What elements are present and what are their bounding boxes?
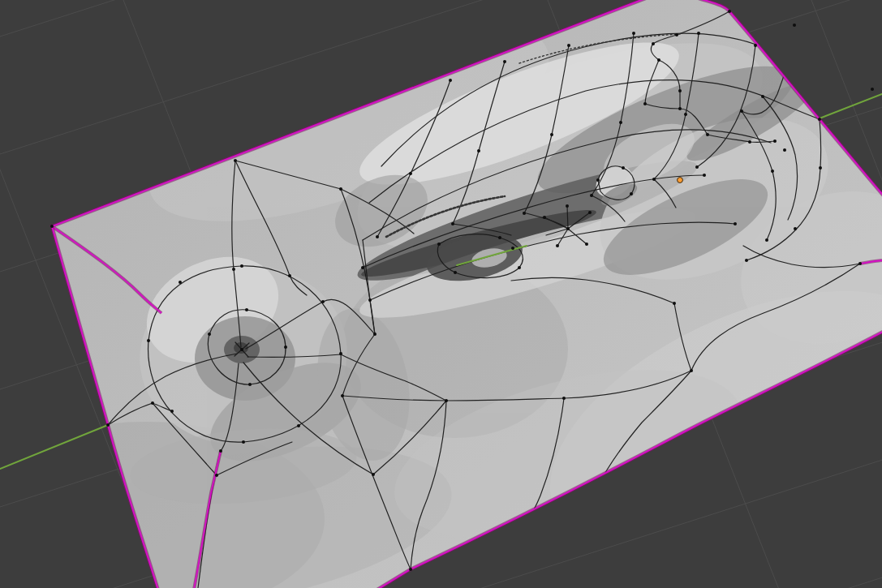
mesh-vertex[interactable] [437, 242, 441, 246]
mesh-vertex[interactable] [151, 401, 154, 405]
mesh-vertex[interactable] [773, 139, 777, 143]
mesh-vertex[interactable] [242, 440, 245, 444]
mesh-vertex[interactable] [445, 399, 448, 402]
mesh-vertex[interactable] [590, 194, 593, 197]
mesh-vertex[interactable] [248, 383, 252, 386]
mesh-vertex[interactable] [321, 300, 325, 303]
mesh-vertex[interactable] [728, 10, 731, 13]
mesh-vertex[interactable] [748, 140, 751, 144]
mesh-vertex[interactable] [339, 187, 342, 191]
mesh-vertex[interactable] [339, 352, 342, 355]
mesh-vertex[interactable] [376, 235, 379, 238]
mesh-vertex[interactable] [567, 44, 570, 47]
mesh-vertex[interactable] [678, 107, 682, 110]
mesh-vertex[interactable] [562, 397, 566, 400]
mesh-vertex[interactable] [556, 244, 559, 247]
mesh-vertex[interactable] [240, 348, 243, 351]
mesh-vertex[interactable] [498, 236, 501, 239]
mesh-vertex[interactable] [703, 174, 706, 177]
mesh-vertex[interactable] [761, 95, 764, 98]
mesh-vertex[interactable] [341, 394, 344, 397]
mesh-vertex[interactable] [871, 88, 874, 91]
mesh-vertex[interactable] [232, 268, 235, 271]
active-vertex[interactable] [678, 178, 683, 183]
mesh-vertex[interactable] [675, 33, 678, 36]
mesh-vertex[interactable] [106, 423, 110, 427]
mesh-vertex[interactable] [695, 165, 699, 169]
mesh-vertex[interactable] [234, 159, 237, 162]
mesh-vertex[interactable] [706, 133, 709, 136]
mesh-vertex[interactable] [523, 212, 526, 215]
mesh-vertex[interactable] [673, 302, 676, 305]
mesh-vertex[interactable] [754, 44, 757, 47]
mesh-vertex[interactable] [240, 264, 243, 268]
mesh-vertex[interactable] [449, 79, 452, 82]
mesh-vertex[interactable] [550, 133, 553, 136]
mesh-vertex[interactable] [503, 60, 506, 63]
mesh-vertex[interactable] [147, 339, 150, 342]
mesh-vertex[interactable] [409, 172, 412, 175]
mesh-vertex[interactable] [566, 204, 569, 208]
mesh-vertex[interactable] [684, 113, 687, 116]
mesh-vertex[interactable] [297, 424, 300, 427]
mesh-vertex[interactable] [657, 58, 660, 62]
mesh-vertex[interactable] [619, 121, 622, 124]
mesh-vertex[interactable] [373, 333, 376, 336]
mesh-vertex[interactable] [477, 149, 480, 152]
mesh-vertex[interactable] [245, 308, 248, 311]
mesh-vertex[interactable] [543, 216, 546, 219]
mesh-vertex[interactable] [454, 271, 457, 274]
mesh-vertex[interactable] [511, 247, 514, 250]
mesh-vertex[interactable] [745, 259, 748, 262]
mesh-vertex[interactable] [771, 170, 774, 173]
mesh-vertex[interactable] [794, 227, 797, 230]
mesh-vertex[interactable] [643, 102, 647, 105]
mesh-vertex[interactable] [288, 274, 291, 277]
mesh-vertex[interactable] [652, 42, 655, 45]
mesh-vertex[interactable] [858, 262, 862, 265]
mesh-vertex[interactable] [284, 346, 287, 349]
mesh-vertex[interactable] [179, 281, 182, 284]
mesh-vertex[interactable] [690, 369, 693, 372]
mesh-vertex[interactable] [734, 222, 737, 225]
mesh-vertex[interactable] [585, 242, 588, 246]
mesh-vertex[interactable] [793, 24, 796, 27]
mesh-vertex[interactable] [740, 109, 743, 113]
viewport-3d[interactable] [0, 0, 882, 588]
mesh-vertex[interactable] [372, 473, 375, 476]
mesh-vertex[interactable] [170, 410, 174, 413]
mesh-vertex[interactable] [361, 266, 364, 269]
mesh-vertex[interactable] [652, 178, 656, 181]
mesh-vertex[interactable] [451, 222, 454, 225]
mesh-vertex[interactable] [219, 449, 222, 453]
mesh-vertex[interactable] [697, 32, 700, 35]
scene-canvas[interactable] [0, 0, 882, 588]
mesh-vertex[interactable] [632, 32, 635, 35]
mesh-vertex[interactable] [765, 238, 768, 242]
mesh-vertex[interactable] [409, 568, 412, 571]
mesh-vertex[interactable] [50, 225, 54, 228]
mesh-vertex[interactable] [215, 474, 218, 477]
mesh-vertex[interactable] [630, 192, 633, 195]
mesh-vertex[interactable] [678, 89, 682, 92]
mesh-vertex[interactable] [368, 298, 372, 302]
mesh-vertex[interactable] [818, 118, 821, 121]
mesh-vertex[interactable] [596, 178, 600, 182]
mesh-vertex[interactable] [622, 166, 625, 170]
mesh-vertex[interactable] [208, 333, 211, 336]
mesh-vertex[interactable] [588, 211, 592, 214]
mesh-vertex[interactable] [819, 166, 822, 170]
mesh-vertex[interactable] [783, 148, 786, 152]
mesh-vertex[interactable] [566, 227, 570, 230]
mesh-vertex[interactable] [518, 266, 521, 269]
